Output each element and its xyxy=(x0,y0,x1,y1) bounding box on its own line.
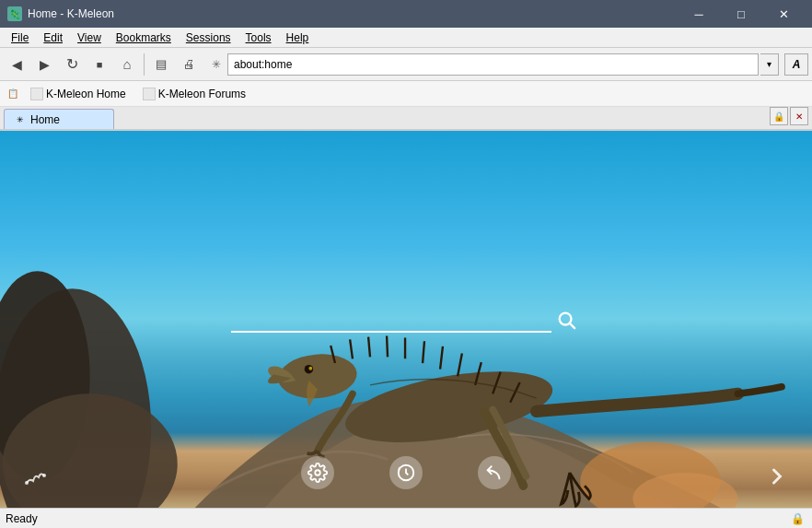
next-icon[interactable] xyxy=(764,463,790,495)
forward-button[interactable]: ▶ xyxy=(31,52,57,77)
svg-point-5 xyxy=(340,358,557,455)
window-controls: ─ □ ✕ xyxy=(678,0,805,28)
close-button[interactable]: ✕ xyxy=(762,0,805,28)
bookmarks-bar: 📋 K-Meleon Home K-Meleon Forums xyxy=(0,81,812,107)
menu-sessions[interactable]: Sessions xyxy=(179,29,238,46)
menu-help[interactable]: Help xyxy=(279,29,317,46)
search-overlay xyxy=(231,305,581,334)
menu-edit[interactable]: Edit xyxy=(36,29,70,46)
history-icon[interactable] xyxy=(389,456,423,489)
tab-favicon: ✳ xyxy=(14,113,27,126)
home-button[interactable]: ⌂ xyxy=(114,52,140,77)
svg-point-6 xyxy=(276,351,358,402)
settings-icon[interactable] xyxy=(301,456,334,489)
tab-home[interactable]: ✳ Home xyxy=(4,109,114,129)
maximize-button[interactable]: □ xyxy=(720,0,762,28)
menu-file[interactable]: File xyxy=(4,29,36,46)
tab-label: Home xyxy=(30,113,104,126)
toolbar-separator-1 xyxy=(144,53,145,76)
reload-button[interactable]: ↻ xyxy=(59,52,85,77)
bookmark-label-2: K-Meleon Forums xyxy=(158,88,246,100)
home-search-button[interactable] xyxy=(551,305,581,334)
svg-point-1 xyxy=(0,271,90,481)
svg-line-10 xyxy=(570,323,574,328)
status-security-icon: 🔒 xyxy=(788,510,806,528)
address-icon: ✳ xyxy=(207,55,226,74)
toolbar: ◀ ▶ ↻ ■ ⌂ ▤ 🖨 ✳ ▾ A xyxy=(0,48,812,81)
go-button[interactable]: A xyxy=(784,53,808,76)
tab-security-button[interactable]: 🔒 xyxy=(770,107,788,125)
menu-bar: File Edit View Bookmarks Sessions Tools … xyxy=(0,28,812,48)
menu-tools[interactable]: Tools xyxy=(238,29,279,46)
bookmark-favicon-1 xyxy=(30,88,43,100)
bookmark-kmeleon-home[interactable]: K-Meleon Home xyxy=(24,85,133,103)
media-icon[interactable] xyxy=(22,464,48,495)
status-right: 🔒 xyxy=(788,510,806,528)
bookmark-favicon-2 xyxy=(143,88,156,100)
address-input[interactable] xyxy=(227,53,759,76)
bottom-icons xyxy=(301,456,511,489)
content-area xyxy=(0,131,812,508)
print-button[interactable]: 🖨 xyxy=(176,52,202,77)
svg-point-12 xyxy=(42,474,46,477)
home-background xyxy=(0,131,812,508)
status-text: Ready xyxy=(6,512,38,525)
menu-bookmarks[interactable]: Bookmarks xyxy=(109,29,179,46)
address-bar: ✳ ▾ A xyxy=(207,53,808,76)
svg-point-13 xyxy=(315,470,320,475)
svg-point-3 xyxy=(580,442,720,508)
app-icon: 🦎 xyxy=(7,6,22,21)
svg-point-11 xyxy=(25,481,29,485)
bookmark-label-1: K-Meleon Home xyxy=(46,88,126,100)
window-title: Home - K-Meleon xyxy=(28,7,114,20)
menu-view[interactable]: View xyxy=(70,29,109,46)
home-search-input[interactable] xyxy=(231,307,551,333)
status-bar: Ready 🔒 xyxy=(0,508,812,528)
stop-button[interactable]: ■ xyxy=(87,52,112,77)
svg-point-7 xyxy=(305,365,314,374)
undo-icon[interactable] xyxy=(478,456,511,489)
bookmarks-button[interactable]: ▤ xyxy=(148,52,174,77)
tab-bar: ✳ Home 🔒 ✕ xyxy=(0,107,812,131)
tab-close-button[interactable]: ✕ xyxy=(790,107,808,125)
bookmark-bar-icon: 📋 xyxy=(6,87,20,101)
title-bar-left: 🦎 Home - K-Meleon xyxy=(7,6,114,21)
svg-point-4 xyxy=(632,473,737,508)
minimize-button[interactable]: ─ xyxy=(678,0,720,28)
title-bar: 🦎 Home - K-Meleon ─ □ ✕ xyxy=(0,0,812,28)
address-dropdown[interactable]: ▾ xyxy=(760,53,779,76)
bookmark-kmeleon-forums[interactable]: K-Meleon Forums xyxy=(136,85,252,103)
back-button[interactable]: ◀ xyxy=(4,52,29,77)
svg-point-8 xyxy=(308,367,312,370)
